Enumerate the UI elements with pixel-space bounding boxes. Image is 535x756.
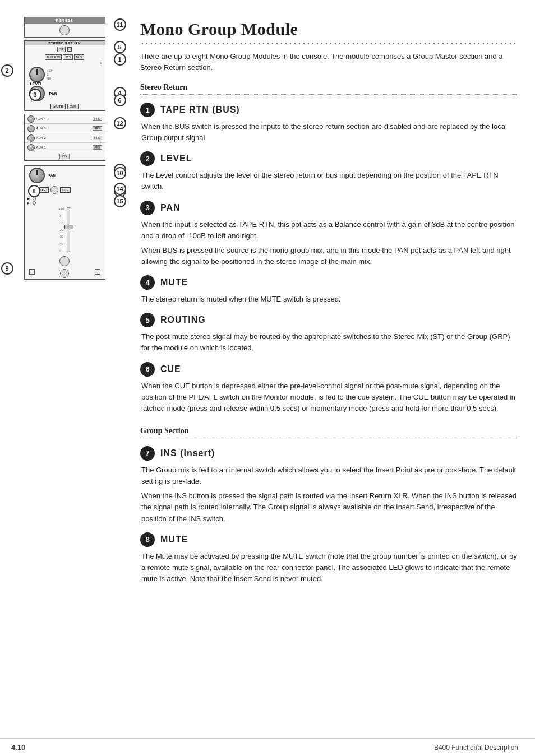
- aux-3-knob[interactable]: [27, 125, 35, 132]
- level-scale-minus: -10: [47, 77, 52, 80]
- main-content: Mono Group Module There are up to eight …: [129, 11, 535, 727]
- tape-rtn-row: TAPE RTN STS MLS: [25, 53, 105, 61]
- level-knob-area: 2 +10 0 -10 LEVEL: [25, 64, 105, 85]
- aux-section: 12 AUX 4 PRE AUX 3 PRE AUX 2 PRE: [24, 114, 105, 161]
- aux-1-label: AUX 1: [36, 146, 91, 149]
- intro-text: There are up to eight Mono Group Modules…: [140, 51, 518, 73]
- mls-button[interactable]: MLS: [74, 54, 84, 60]
- arrow-icon-2: ▶: [27, 201, 30, 205]
- item-7-body2: When the INS button is pressed the signa…: [141, 490, 518, 524]
- badge-15: 15: [114, 195, 126, 207]
- module-header-label: RS5928: [25, 17, 105, 24]
- aux-2-label: AUX 2: [36, 136, 91, 140]
- item-3-body1: When the input is selected as TAPE RTN, …: [141, 219, 518, 242]
- fader-mark-inf: ∞: [59, 249, 64, 252]
- item-7-circle: 7: [140, 446, 155, 461]
- badge-6: 6: [114, 94, 126, 106]
- bottom-sq-right: [95, 269, 100, 275]
- bottom-center-circle: [60, 269, 69, 278]
- page-footer: 4.10 B400 Functional Description: [0, 738, 535, 756]
- gm-pan-label: PAN: [49, 174, 56, 177]
- tape-rtn-button[interactable]: TAPE RTN: [45, 54, 62, 60]
- item-1-title: TAPE RTN (BUS): [160, 105, 240, 115]
- power-indicator-icon: [59, 25, 70, 35]
- fader-mark-0: 0: [59, 214, 64, 217]
- fader-mark-plus10: +10: [59, 207, 64, 211]
- badge-8: 8: [28, 185, 40, 197]
- item-2-circle: 2: [140, 151, 155, 166]
- aux-3-pre-btn[interactable]: PRE: [93, 126, 102, 131]
- aux-2-row: AUX 2 PRE: [25, 133, 105, 143]
- fader-mark-minus10: -10: [59, 221, 64, 225]
- badge-12: 12: [114, 117, 126, 129]
- gm-pan-row: 10 PAN: [25, 166, 105, 185]
- item-5-heading: 5 ROUTING: [140, 313, 518, 327]
- badge-11: 11: [114, 18, 126, 31]
- item-1-heading: 1 TAPE RTN (BUS): [140, 103, 518, 117]
- aux-4-row: AUX 4 PRE: [25, 114, 105, 124]
- item-6-heading: 6 CUE: [140, 362, 518, 377]
- routing-buttons-row: ST □: [25, 45, 105, 53]
- mute-cue-area: MUTE CUE: [25, 103, 105, 110]
- fader-track[interactable]: [67, 207, 70, 252]
- module-diagram: RS5928 11 STEREO RETURN ST □ 5: [24, 17, 105, 280]
- item-2-body: The Level control adjusts the level of t…: [141, 170, 518, 192]
- stereo-return-section-content: Stereo Return 1 TAPE RTN (BUS) When the …: [140, 83, 518, 414]
- aux-4-label: AUX 4: [36, 117, 91, 120]
- fader-scale: +10 0 -10 -20 -30 -40 ∞: [59, 207, 64, 252]
- ins-button[interactable]: INS: [59, 154, 70, 159]
- sts-button[interactable]: STS: [63, 54, 73, 60]
- fader-mark-minus20: -20: [59, 228, 64, 231]
- gm-controls-row: 8 MUTE CUE 13: [25, 185, 105, 195]
- gm-cue-button[interactable]: CUE: [60, 187, 71, 193]
- badge-10: 10: [114, 167, 126, 179]
- item-6-body: When the CUE button is depressed either …: [141, 381, 518, 414]
- item-2-title: LEVEL: [160, 154, 192, 164]
- item-3-circle: 3: [140, 201, 155, 215]
- item-3-body2: When BUS is pressed the source is the mo…: [141, 245, 518, 267]
- aux-4-knob[interactable]: [27, 115, 35, 123]
- st-button[interactable]: ST: [57, 47, 66, 52]
- fader-mark-minus40: -40: [59, 242, 64, 245]
- item-7-heading: 7 INS (Insert): [140, 446, 518, 461]
- led-row-2: ▶: [25, 201, 105, 205]
- gm-pan-knob[interactable]: [29, 168, 45, 183]
- badge-3: 3: [29, 89, 41, 101]
- level-knob[interactable]: [29, 67, 45, 82]
- item-8-heading: 8 MUTE: [140, 532, 518, 547]
- item-5-body: The post-mute stereo signal may be route…: [141, 331, 518, 354]
- level-scale-0: 0: [47, 73, 52, 76]
- aux-1-pre-btn[interactable]: PRE: [93, 145, 102, 150]
- item-5-title: ROUTING: [160, 315, 206, 325]
- footer-title: B400 Functional Description: [434, 744, 518, 752]
- level-scale-plus: +10: [47, 69, 52, 72]
- item-4-title: MUTE: [160, 277, 188, 287]
- aux-4-pre-btn[interactable]: PRE: [93, 117, 102, 121]
- badge-5: 5: [114, 41, 126, 53]
- item-7-body1: The Group mix is fed to an internal swit…: [141, 465, 518, 487]
- aux-1-knob[interactable]: [27, 144, 35, 151]
- badge-9: 9: [1, 262, 13, 275]
- page-title: Mono Group Module: [140, 20, 518, 45]
- item-8-circle: 8: [140, 532, 155, 547]
- fader-handle[interactable]: [64, 225, 73, 229]
- stereo-return-label: STEREO RETURN: [25, 41, 105, 45]
- item-2-heading: 2 LEVEL: [140, 151, 518, 166]
- aux-3-row: AUX 3 PRE: [25, 124, 105, 133]
- item-7-title: INS (Insert): [160, 448, 215, 458]
- item-3-title: PAN: [160, 203, 181, 213]
- bottom-sq-left: [29, 269, 35, 275]
- aux-2-pre-btn[interactable]: PRE: [93, 136, 102, 140]
- cue-button[interactable]: CUE: [67, 104, 79, 109]
- aux-2-knob[interactable]: [27, 134, 35, 142]
- mute-button[interactable]: MUTE: [50, 104, 66, 109]
- item-5-circle: 5: [140, 313, 155, 327]
- fader-mark-minus30: -30: [59, 235, 64, 238]
- item-1-circle: 1: [140, 103, 155, 117]
- st-indicator: □: [67, 47, 72, 52]
- item-4-heading: 4 MUTE: [140, 275, 518, 290]
- title-dots: [140, 42, 518, 45]
- level-knob-label: LEVEL: [30, 82, 43, 86]
- stereo-return-section: STEREO RETURN ST □ 5 TAPE RTN STS MLS 1: [24, 40, 105, 111]
- item-8-title: MUTE: [160, 535, 188, 545]
